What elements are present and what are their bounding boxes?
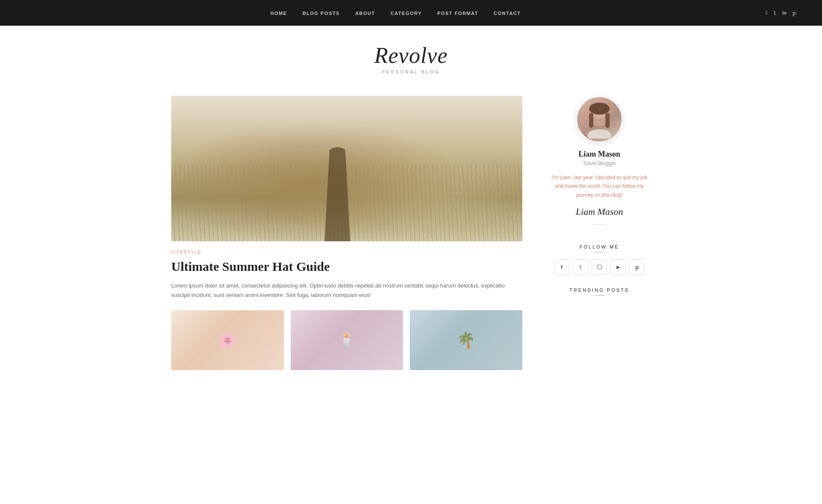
follow-twitter-btn[interactable]: 𝕥 <box>573 259 588 275</box>
thumb-3[interactable] <box>410 310 522 370</box>
author-name: Liam Mason <box>548 150 651 159</box>
trending-title: TRENDING POSTS <box>548 288 651 293</box>
post-excerpt: Lorem ipsum dolor sit amet, consectetur … <box>171 281 522 300</box>
thumb-1[interactable] <box>171 310 284 370</box>
main-container: LIFESTYLE Ultimate Summer Hat Guide Lore… <box>154 87 668 379</box>
site-title: Revolve <box>0 43 822 68</box>
nav-pinterest-icon[interactable]: 𝕡 <box>792 10 796 16</box>
navigation: HOME BLOG POSTS ABOUT CATEGORY POST FORM… <box>0 0 822 26</box>
nav-blog-posts[interactable]: BLOG POSTS <box>303 11 340 16</box>
nav-facebook-icon[interactable]:  <box>765 9 768 16</box>
hero-image <box>171 96 522 241</box>
follow-divider <box>594 252 605 252</box>
follow-pinterest-btn[interactable]: p <box>629 259 645 275</box>
follow-section: FOLLOW ME f 𝕥 ⬡ ▶ p <box>548 244 651 275</box>
author-card: Liam Mason Travel Blogger I'm Liam, last… <box>548 96 651 244</box>
post-title: Ultimate Summer Hat Guide <box>171 259 522 274</box>
figure-silhouette <box>312 122 363 241</box>
nav-linkedin-icon[interactable]: in <box>782 10 786 15</box>
nav-home[interactable]: HOME <box>271 11 287 16</box>
follow-facebook-btn[interactable]: f <box>554 259 569 275</box>
author-divider <box>593 224 606 225</box>
follow-title: FOLLOW ME <box>548 244 651 249</box>
nav-social:  𝕥 in 𝕡 <box>765 9 796 16</box>
youtube-icon: ▶ <box>616 264 620 270</box>
nav-contact[interactable]: CONTACT <box>494 11 521 16</box>
pinterest-icon: p <box>635 264 639 270</box>
author-avatar <box>576 96 623 143</box>
twitter-icon: 𝕥 <box>579 264 582 270</box>
site-header: Revolve PERSONAL BLOG <box>0 26 822 87</box>
nav-category[interactable]: CATEGORY <box>390 11 422 16</box>
nav-links: HOME BLOG POSTS ABOUT CATEGORY POST FORM… <box>271 9 521 17</box>
author-bio: I'm Liam, last year I decided to quit my… <box>548 173 651 199</box>
post-category[interactable]: LIFESTYLE <box>171 250 522 255</box>
facebook-icon: f <box>561 264 563 270</box>
nav-about[interactable]: ABOUT <box>355 11 375 16</box>
nav-twitter-icon[interactable]: 𝕥 <box>774 10 776 16</box>
svg-point-2 <box>589 103 610 115</box>
sidebar: Liam Mason Travel Blogger I'm Liam, last… <box>548 96 651 370</box>
author-role: Travel Blogger <box>548 160 651 166</box>
trending-section: TRENDING POSTS <box>548 288 651 296</box>
follow-social-icons: f 𝕥 ⬡ ▶ p <box>548 259 651 275</box>
follow-youtube-btn[interactable]: ▶ <box>611 259 626 275</box>
svg-point-5 <box>587 129 611 139</box>
thumbnail-grid <box>171 310 522 370</box>
svg-rect-4 <box>605 113 610 128</box>
trending-divider <box>594 295 605 296</box>
svg-rect-3 <box>589 113 593 128</box>
blog-content: LIFESTYLE Ultimate Summer Hat Guide Lore… <box>171 96 522 370</box>
instagram-icon: ⬡ <box>597 263 602 271</box>
nav-post-format[interactable]: POST FORMAT <box>437 11 478 16</box>
follow-instagram-btn[interactable]: ⬡ <box>592 259 607 275</box>
thumb-2[interactable] <box>291 310 403 370</box>
site-subtitle: PERSONAL BLOG <box>0 70 822 74</box>
author-signature: Liam Mason <box>548 206 651 217</box>
